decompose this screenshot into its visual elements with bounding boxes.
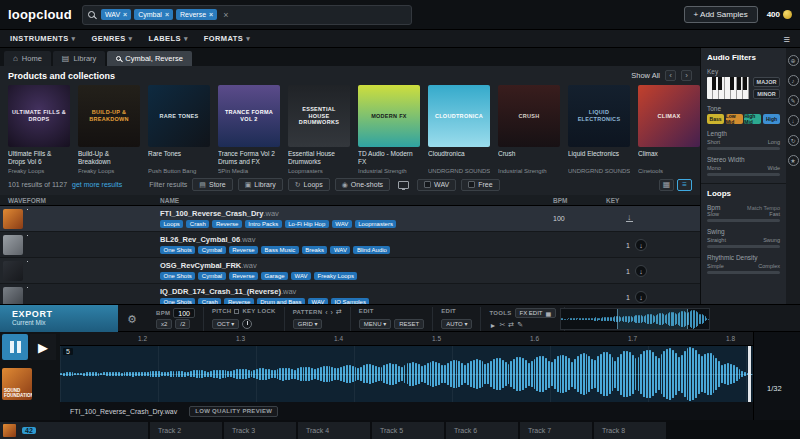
tag[interactable]: Cymbal (198, 246, 225, 254)
track-tab[interactable]: Track 2 (150, 422, 222, 439)
scroll-right-icon[interactable]: › (681, 70, 692, 81)
filter-free-checkbox[interactable]: Free (461, 179, 499, 191)
tag[interactable]: Reverse (229, 272, 258, 280)
pattern-prev-icon[interactable]: ‹ (325, 309, 327, 316)
pack-art-thumbnail[interactable] (3, 261, 23, 281)
settings-gear-icon[interactable]: ⚙ (127, 313, 137, 326)
show-all-link[interactable]: Show All (631, 71, 660, 80)
stereo-width-slider[interactable] (707, 173, 780, 176)
clip-end-handle[interactable] (748, 346, 751, 402)
table-row[interactable]: OSG_RevCymbal_FRK.wav One ShotsCymbalRev… (0, 258, 700, 284)
credits-badge[interactable]: 400 (767, 10, 792, 19)
grid-dropdown[interactable]: GRID ▾ (293, 319, 323, 329)
product-card[interactable]: BUILD-UP & BREAKDOWNBuild-Up & Breakdown… (78, 85, 140, 174)
remove-tag-icon[interactable]: × (209, 11, 213, 18)
product-art[interactable]: TRANCE FORMA VOL 2 (218, 85, 280, 147)
tag[interactable]: One Shots (160, 246, 195, 254)
tab-library[interactable]: ▤Library (53, 51, 106, 66)
product-art[interactable]: BUILD-UP & BREAKDOWN (78, 85, 140, 147)
remove-tag-icon[interactable]: × (123, 11, 127, 18)
add-samples-button[interactable]: + Add Samples (684, 6, 758, 23)
auto-dropdown[interactable]: AUTO ▾ (441, 319, 472, 329)
nav-formats[interactable]: FORMATS▾ (204, 34, 250, 43)
search-icon[interactable] (88, 11, 95, 18)
swing-slider[interactable] (707, 245, 780, 248)
pack-art-thumbnail[interactable] (3, 235, 23, 255)
clear-search-icon[interactable]: × (223, 10, 228, 20)
waveform-overview[interactable] (560, 308, 710, 330)
track-tab[interactable]: Track 4 (298, 422, 370, 439)
tag[interactable]: Lo-Fi Hip Hop (285, 220, 329, 228)
table-row[interactable]: BL26_Rev_Cymbal_06.wav One ShotsCymbalRe… (0, 232, 700, 258)
tag[interactable]: Blind Audio (353, 246, 390, 254)
swap-tool-icon[interactable]: ⇄ (508, 321, 514, 329)
match-tempo-label[interactable]: Match Tempo (747, 205, 780, 211)
tab-search-cymbal-reverse[interactable]: Cymbal, Reverse (107, 51, 192, 66)
filter-loops-button[interactable]: ↻Loops (288, 178, 330, 191)
table-row[interactable]: FTI_100_Reverse_Crash_Dry.wav LoopsCrash… (0, 206, 700, 232)
product-card[interactable]: MODERN FXTD Audio - Modern FXIndustrial … (358, 85, 420, 174)
audition-icon[interactable]: ♪ (788, 75, 799, 86)
filter-library-button[interactable]: ▣Library (238, 178, 283, 191)
play-button[interactable]: ▶ (30, 334, 56, 360)
favorites-icon[interactable]: ★ (788, 155, 799, 166)
product-art[interactable]: CLIMAX (638, 85, 700, 147)
minor-button[interactable]: MINOR (753, 89, 780, 99)
filter-oneshots-button[interactable]: ◉One-shots (335, 178, 390, 191)
tag[interactable]: WAV (291, 272, 311, 280)
track-tab-1-active[interactable]: 42 (0, 422, 148, 439)
preview-monitor-icon[interactable] (398, 181, 409, 189)
tone-highmid-button[interactable]: High Mid (744, 114, 761, 124)
tag[interactable]: WAV (330, 246, 350, 254)
major-button[interactable]: MAJOR (753, 77, 780, 87)
pack-art-thumbnail[interactable] (3, 209, 23, 229)
tone-bass-button[interactable]: Bass (707, 114, 724, 124)
remove-tag-icon[interactable]: × (165, 11, 169, 18)
product-art[interactable]: LIQUID ELECTRONICS (568, 85, 630, 147)
octave-dropdown[interactable]: OCT ▾ (212, 319, 239, 329)
pause-button[interactable] (2, 334, 28, 360)
tag[interactable]: Garage (261, 272, 288, 280)
overview-view-window[interactable] (617, 308, 688, 330)
tag[interactable]: Loopmasters (355, 220, 397, 228)
menu-dropdown[interactable]: MENU ▾ (359, 319, 391, 329)
pitch-knob[interactable] (242, 319, 252, 329)
product-art[interactable]: CRUSH (498, 85, 560, 147)
history-icon[interactable]: ↻ (788, 135, 799, 146)
tag[interactable]: Reverse (229, 246, 258, 254)
col-waveform[interactable]: WAVEFORM (8, 197, 46, 204)
filter-wav-checkbox[interactable]: WAV (417, 179, 456, 191)
pack-art-thumbnail[interactable] (3, 287, 23, 304)
search-tag-reverse[interactable]: Reverse× (176, 9, 217, 20)
table-row[interactable]: IQ_DDR_174_Crash_11_(Reverse).wav One Sh… (0, 284, 700, 304)
search-tag-wav[interactable]: WAV× (101, 9, 131, 20)
product-art[interactable]: ULTIMATE FILLS & DROPS (8, 85, 70, 147)
product-art[interactable]: MODERN FX (358, 85, 420, 147)
tag[interactable]: Loops (160, 220, 183, 228)
fx-edit-toggle[interactable]: FX EDIT▦ (515, 308, 557, 318)
search-tag-cymbal[interactable]: Cymbal× (134, 9, 173, 20)
tag[interactable]: Intro Packs (245, 220, 282, 228)
menu-icon[interactable]: ≡ (784, 33, 790, 45)
track-tab[interactable]: Track 6 (446, 422, 518, 439)
grid-view-icon[interactable]: ▦ (659, 179, 674, 191)
product-art[interactable]: CLOUDTRONICA (428, 85, 490, 147)
length-slider[interactable] (707, 147, 780, 150)
pattern-shuffle-icon[interactable]: ⇄ (336, 308, 342, 316)
rhythmic-density-slider[interactable] (707, 271, 780, 274)
tag[interactable]: Breaks (302, 246, 328, 254)
tag[interactable]: Crash (186, 220, 209, 228)
download-icon[interactable]: ↓ (635, 265, 647, 277)
product-art[interactable]: ESSENTIAL HOUSE DRUMWORKS (288, 85, 350, 147)
scroll-left-icon[interactable]: ‹ (665, 70, 676, 81)
nav-labels[interactable]: LABELS▾ (149, 34, 188, 43)
track-tab[interactable]: Track 5 (372, 422, 444, 439)
edit-icon[interactable]: ✎ (788, 95, 799, 106)
tone-lowmid-button[interactable]: Low Mid (726, 114, 743, 124)
product-card[interactable]: LIQUID ELECTRONICSLiquid ElectronicsUNDR… (568, 85, 630, 174)
export-button[interactable]: EXPORT Current Mix (0, 305, 118, 333)
track-tab[interactable]: Track 7 (520, 422, 592, 439)
track-tab[interactable]: Track 3 (224, 422, 296, 439)
nav-genres[interactable]: GENRES▾ (92, 34, 133, 43)
key-piano[interactable] (707, 77, 749, 99)
